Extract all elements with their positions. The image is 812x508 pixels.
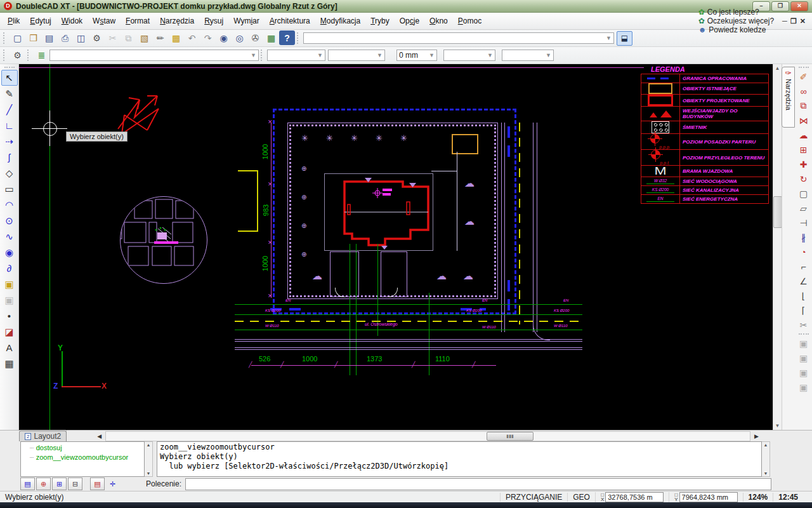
close-button[interactable]: ✕ (790, 1, 808, 11)
rotate-tool[interactable]: ↻ (796, 171, 811, 186)
undo-history-button[interactable]: ▩ (168, 30, 184, 45)
scroll-down-icon[interactable]: ▼ (775, 422, 780, 430)
scrollbar-thumb[interactable]: ▮▮▮ (487, 432, 534, 441)
command-history-panel[interactable]: ┈ dostosuj┈ zoom__viewzoomoutbycursor (20, 441, 145, 477)
history-scrollbar[interactable]: ▲▼ (145, 441, 153, 477)
snap-toggle[interactable]: PRZYCIĄGANIE (500, 493, 567, 502)
undo-button[interactable]: ↶ (184, 30, 200, 45)
drawing-canvas[interactable]: Wybierz obiekt(y) (19, 64, 773, 430)
paste-button[interactable]: ▧ (136, 30, 152, 45)
text-tool[interactable]: A (1, 340, 18, 356)
menu-format[interactable]: Format (121, 15, 155, 27)
menu-narzedzia[interactable]: Narzędzia (155, 15, 199, 27)
linestyle-combo[interactable]: ▼ (443, 50, 495, 61)
corner-join-tool[interactable]: ⌈ (796, 303, 811, 318)
fillet-tool[interactable]: ⌐ (796, 259, 811, 274)
color-combo[interactable]: ▼ (267, 50, 325, 61)
style-combo[interactable]: ▼ (303, 32, 614, 44)
canvas-horizontal-scrollbar[interactable]: ▮▮▮ (105, 431, 750, 441)
edit-pencil-tool[interactable]: ✎ (1, 86, 18, 102)
edit-arc-tool[interactable]: ◔ (796, 244, 811, 259)
closed-curve-tool[interactable]: ∂ (1, 260, 18, 276)
tab-scroll-left-icon[interactable]: ◀ (93, 433, 105, 439)
corner-trim-tool[interactable]: ⌊ (796, 288, 811, 303)
circle-tool[interactable]: ⊙ (1, 213, 18, 229)
ray-tool[interactable]: ⇢ (1, 133, 18, 149)
knife-tool[interactable]: ✂ (796, 318, 811, 332)
copy-radial-tool[interactable]: ∞ (796, 84, 811, 98)
copy-entity-tool[interactable]: ▣ (1, 276, 18, 292)
extend-tool[interactable]: ∦ (796, 230, 811, 244)
mirror-tool[interactable]: ⋈ (796, 113, 811, 128)
promo-oczekujesz-wiecej[interactable]: ✿Oczekujesz więcej? (698, 17, 774, 25)
linetype-combo[interactable]: ▼ (328, 50, 385, 61)
mdi-minimize-button[interactable]: ─ (782, 17, 787, 25)
command-console[interactable]: zoom__viewzoomoutbycursorWybierz obiekt(… (157, 441, 762, 477)
arc-tool[interactable]: ◠ (1, 197, 18, 213)
mdi-restore-button[interactable]: ❐ (790, 17, 797, 25)
menu-rysuj[interactable]: Rysuj (199, 15, 228, 27)
line-tool[interactable]: ╱ (1, 102, 18, 117)
mdi-close-button[interactable]: ✕ (800, 17, 806, 25)
chamfer-tool[interactable]: ∠ (796, 274, 811, 288)
menu-modyfikacja[interactable]: Modyfikacja (315, 15, 365, 27)
revision-cloud-tool[interactable]: ☁ (796, 128, 811, 142)
settings-button[interactable]: ⚙ (89, 30, 105, 45)
point-tool[interactable]: • (1, 308, 18, 324)
toolbar-grip[interactable] (297, 32, 301, 44)
absolute-coords-button[interactable]: ⊟ (68, 478, 82, 490)
snap-options-button[interactable]: ✛ (106, 478, 119, 490)
promo-powiedz-koledze[interactable]: ☻Powiedz koledze (698, 25, 774, 34)
copy-rect-tool[interactable]: ⧉ (796, 98, 811, 113)
spline-tool[interactable]: ∿ (1, 229, 18, 244)
x-coordinate-box[interactable]: 32768,7536 m (605, 492, 664, 502)
toolbar-grip[interactable] (3, 32, 8, 44)
selector-options-button[interactable]: ✇ (247, 30, 263, 45)
rectangle-tool[interactable]: ▭ (1, 181, 18, 197)
render-mode-button[interactable]: ⬓ (617, 31, 632, 46)
zoom-window-button[interactable]: ◉ (216, 30, 232, 45)
print-preview-button[interactable]: ◫ (73, 30, 89, 45)
layer-combo[interactable]: ▼ (49, 50, 259, 61)
shear-tool[interactable]: ▱ (796, 201, 811, 215)
array-tool[interactable]: ⊞ (796, 142, 811, 157)
new-button[interactable]: ▢ (10, 30, 25, 45)
menu-architektura[interactable]: Architektura (265, 15, 315, 27)
menu-wymiar[interactable]: Wymiar (228, 15, 265, 27)
select-tool[interactable]: ↖ (1, 70, 18, 86)
trim-tool[interactable]: ⊣ (796, 215, 811, 230)
geo-toggle[interactable]: GEO (567, 493, 595, 502)
history-pane-button[interactable]: ▤ (20, 478, 35, 490)
tab-scroll-right-icon[interactable]: ▶ (750, 433, 763, 439)
script-options-button[interactable]: ▤ (90, 478, 105, 490)
zoom-level[interactable]: 124% (743, 493, 773, 502)
eraser-tool[interactable]: ✐ (796, 69, 811, 84)
history-item[interactable]: ┈ dostosuj (30, 443, 144, 453)
menu-edytuj[interactable]: Edytuj (25, 15, 56, 27)
menu-tryby[interactable]: Tryby (365, 15, 395, 27)
image-insert-tool[interactable]: ◪ (1, 324, 18, 340)
open-button[interactable]: ❒ (25, 30, 41, 45)
layers-button[interactable]: ≣ (34, 48, 49, 63)
canvas-vertical-scrollbar[interactable]: ▲ ▼ (773, 64, 782, 430)
property-settings-button[interactable]: ⚙ (10, 48, 25, 63)
toolbar-grip[interactable] (3, 50, 8, 61)
table-tool[interactable]: ▦ (1, 356, 18, 371)
toolbar-grip[interactable] (27, 50, 32, 61)
redo-button[interactable]: ↷ (200, 30, 216, 45)
scroll-up-icon[interactable]: ▲ (775, 64, 780, 72)
history-item[interactable]: ┈ zoom__viewzoomoutbycursor (30, 453, 144, 462)
ellipse-tool[interactable]: ◉ (1, 244, 18, 260)
menu-pomoc[interactable]: Pomoc (453, 15, 487, 27)
menu-opcje[interactable]: Opcje (395, 15, 424, 27)
command-input[interactable] (185, 478, 771, 490)
calculator-button[interactable]: ▦ (263, 30, 279, 45)
polyline-tool[interactable]: ∟ (1, 117, 18, 133)
relative-coords-button[interactable]: ⊞ (52, 478, 67, 490)
promo-co-jest-lepsze[interactable]: ✿Co jest lepsze? (698, 8, 774, 17)
move-tool[interactable]: ✚ (796, 157, 811, 171)
menu-wstaw[interactable]: Wstaw (88, 15, 121, 27)
format-painter-button[interactable]: ✏ (152, 30, 168, 45)
tools-tab[interactable]: ✑ Narzędzia (782, 67, 795, 128)
tab-layout2[interactable]: 2Layout2 (19, 431, 67, 441)
